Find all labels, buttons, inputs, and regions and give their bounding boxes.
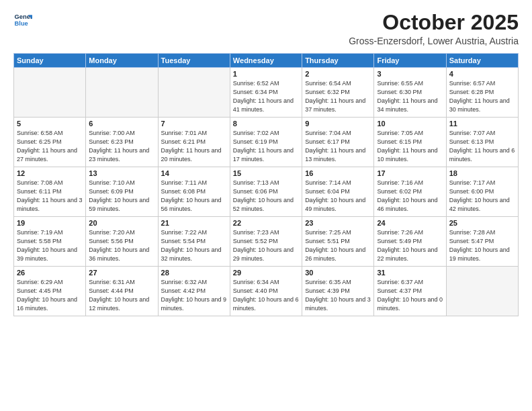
day-number: 20 <box>89 219 154 227</box>
day-info: Sunrise: 7:22 AM Sunset: 5:54 PM Dayligh… <box>161 228 227 263</box>
month-title: October 2025 <box>349 11 519 34</box>
day-info: Sunrise: 7:25 AM Sunset: 5:51 PM Dayligh… <box>305 228 371 263</box>
day-info: Sunrise: 7:28 AM Sunset: 5:47 PM Dayligh… <box>449 228 515 263</box>
day-number: 5 <box>17 120 83 128</box>
week-row-5: 26Sunrise: 6:29 AM Sunset: 4:45 PM Dayli… <box>14 267 519 316</box>
day-number: 23 <box>305 219 371 227</box>
day-info: Sunrise: 6:55 AM Sunset: 6:30 PM Dayligh… <box>377 79 443 114</box>
calendar-cell <box>158 68 230 118</box>
calendar-cell: 28Sunrise: 6:32 AM Sunset: 4:42 PM Dayli… <box>158 267 230 316</box>
day-number: 26 <box>17 269 83 277</box>
calendar-cell: 27Sunrise: 6:31 AM Sunset: 4:44 PM Dayli… <box>86 267 158 316</box>
calendar-header-row: Sunday Monday Tuesday Wednesday Thursday… <box>14 54 519 68</box>
title-block: October 2025 Gross-Enzersdorf, Lower Aus… <box>349 11 519 46</box>
logo-icon: General Blue <box>13 11 32 30</box>
day-info: Sunrise: 7:26 AM Sunset: 5:49 PM Dayligh… <box>377 228 443 263</box>
day-number: 16 <box>305 169 371 177</box>
calendar-cell: 7Sunrise: 7:01 AM Sunset: 6:21 PM Daylig… <box>158 118 230 167</box>
page: General Blue October 2025 Gross-Enzersdo… <box>0 0 532 411</box>
day-number: 17 <box>377 169 443 177</box>
calendar-cell: 3Sunrise: 6:55 AM Sunset: 6:30 PM Daylig… <box>374 68 446 118</box>
day-info: Sunrise: 6:31 AM Sunset: 4:44 PM Dayligh… <box>89 278 154 313</box>
week-row-4: 19Sunrise: 7:19 AM Sunset: 5:58 PM Dayli… <box>14 217 519 267</box>
day-number: 29 <box>233 269 299 277</box>
day-info: Sunrise: 7:20 AM Sunset: 5:56 PM Dayligh… <box>89 228 154 263</box>
calendar-cell: 2Sunrise: 6:54 AM Sunset: 6:32 PM Daylig… <box>302 68 374 118</box>
calendar-cell: 26Sunrise: 6:29 AM Sunset: 4:45 PM Dayli… <box>14 267 86 316</box>
day-number: 6 <box>89 120 154 128</box>
calendar-cell <box>86 68 158 118</box>
day-number: 13 <box>89 169 154 177</box>
day-number: 9 <box>305 120 371 128</box>
day-info: Sunrise: 7:00 AM Sunset: 6:23 PM Dayligh… <box>89 129 154 164</box>
day-number: 7 <box>161 120 227 128</box>
col-wednesday: Wednesday <box>230 54 302 68</box>
day-info: Sunrise: 7:01 AM Sunset: 6:21 PM Dayligh… <box>161 129 227 164</box>
day-info: Sunrise: 7:10 AM Sunset: 6:09 PM Dayligh… <box>89 179 154 214</box>
week-row-3: 12Sunrise: 7:08 AM Sunset: 6:11 PM Dayli… <box>14 167 519 217</box>
day-info: Sunrise: 6:37 AM Sunset: 4:37 PM Dayligh… <box>377 278 443 313</box>
calendar-cell: 11Sunrise: 7:07 AM Sunset: 6:13 PM Dayli… <box>446 118 518 167</box>
calendar-cell: 16Sunrise: 7:14 AM Sunset: 6:04 PM Dayli… <box>302 167 374 217</box>
day-info: Sunrise: 6:52 AM Sunset: 6:34 PM Dayligh… <box>233 79 299 114</box>
day-number: 15 <box>233 169 299 177</box>
calendar-cell: 30Sunrise: 6:35 AM Sunset: 4:39 PM Dayli… <box>302 267 374 316</box>
day-number: 25 <box>449 219 515 227</box>
day-number: 12 <box>17 169 83 177</box>
calendar-cell: 12Sunrise: 7:08 AM Sunset: 6:11 PM Dayli… <box>14 167 86 217</box>
col-thursday: Thursday <box>302 54 374 68</box>
day-info: Sunrise: 6:32 AM Sunset: 4:42 PM Dayligh… <box>161 278 227 313</box>
calendar-cell: 23Sunrise: 7:25 AM Sunset: 5:51 PM Dayli… <box>302 217 374 267</box>
day-number: 2 <box>305 70 371 78</box>
calendar-cell: 6Sunrise: 7:00 AM Sunset: 6:23 PM Daylig… <box>86 118 158 167</box>
day-number: 3 <box>377 70 443 78</box>
day-info: Sunrise: 7:13 AM Sunset: 6:06 PM Dayligh… <box>233 179 299 214</box>
col-monday: Monday <box>86 54 158 68</box>
calendar-cell: 29Sunrise: 6:34 AM Sunset: 4:40 PM Dayli… <box>230 267 302 316</box>
col-tuesday: Tuesday <box>158 54 230 68</box>
calendar: Sunday Monday Tuesday Wednesday Thursday… <box>13 53 519 316</box>
day-info: Sunrise: 7:23 AM Sunset: 5:52 PM Dayligh… <box>233 228 299 263</box>
day-info: Sunrise: 6:54 AM Sunset: 6:32 PM Dayligh… <box>305 79 371 114</box>
day-info: Sunrise: 7:02 AM Sunset: 6:19 PM Dayligh… <box>233 129 299 164</box>
day-info: Sunrise: 7:04 AM Sunset: 6:17 PM Dayligh… <box>305 129 371 164</box>
calendar-cell: 31Sunrise: 6:37 AM Sunset: 4:37 PM Dayli… <box>374 267 446 316</box>
day-number: 27 <box>89 269 154 277</box>
svg-text:General: General <box>15 13 32 20</box>
calendar-cell: 14Sunrise: 7:11 AM Sunset: 6:08 PM Dayli… <box>158 167 230 217</box>
calendar-cell: 21Sunrise: 7:22 AM Sunset: 5:54 PM Dayli… <box>158 217 230 267</box>
calendar-cell: 10Sunrise: 7:05 AM Sunset: 6:15 PM Dayli… <box>374 118 446 167</box>
day-info: Sunrise: 6:29 AM Sunset: 4:45 PM Dayligh… <box>17 278 83 313</box>
day-number: 18 <box>449 169 515 177</box>
day-info: Sunrise: 7:05 AM Sunset: 6:15 PM Dayligh… <box>377 129 443 164</box>
calendar-cell: 13Sunrise: 7:10 AM Sunset: 6:09 PM Dayli… <box>86 167 158 217</box>
calendar-cell: 19Sunrise: 7:19 AM Sunset: 5:58 PM Dayli… <box>14 217 86 267</box>
col-friday: Friday <box>374 54 446 68</box>
calendar-cell: 18Sunrise: 7:17 AM Sunset: 6:00 PM Dayli… <box>446 167 518 217</box>
day-number: 22 <box>233 219 299 227</box>
calendar-cell: 24Sunrise: 7:26 AM Sunset: 5:49 PM Dayli… <box>374 217 446 267</box>
calendar-cell: 8Sunrise: 7:02 AM Sunset: 6:19 PM Daylig… <box>230 118 302 167</box>
col-saturday: Saturday <box>446 54 518 68</box>
day-number: 21 <box>161 219 227 227</box>
calendar-cell: 5Sunrise: 6:58 AM Sunset: 6:25 PM Daylig… <box>14 118 86 167</box>
day-info: Sunrise: 7:14 AM Sunset: 6:04 PM Dayligh… <box>305 179 371 214</box>
day-number: 10 <box>377 120 443 128</box>
day-info: Sunrise: 6:34 AM Sunset: 4:40 PM Dayligh… <box>233 278 299 313</box>
calendar-cell: 1Sunrise: 6:52 AM Sunset: 6:34 PM Daylig… <box>230 68 302 118</box>
day-number: 11 <box>449 120 515 128</box>
calendar-cell: 25Sunrise: 7:28 AM Sunset: 5:47 PM Dayli… <box>446 217 518 267</box>
day-info: Sunrise: 6:57 AM Sunset: 6:28 PM Dayligh… <box>449 79 515 114</box>
day-info: Sunrise: 7:19 AM Sunset: 5:58 PM Dayligh… <box>17 228 83 263</box>
day-number: 4 <box>449 70 515 78</box>
day-number: 14 <box>161 169 227 177</box>
calendar-cell: 22Sunrise: 7:23 AM Sunset: 5:52 PM Dayli… <box>230 217 302 267</box>
calendar-cell <box>14 68 86 118</box>
day-number: 28 <box>161 269 227 277</box>
header: General Blue October 2025 Gross-Enzersdo… <box>13 11 519 46</box>
calendar-cell: 20Sunrise: 7:20 AM Sunset: 5:56 PM Dayli… <box>86 217 158 267</box>
calendar-cell: 15Sunrise: 7:13 AM Sunset: 6:06 PM Dayli… <box>230 167 302 217</box>
week-row-2: 5Sunrise: 6:58 AM Sunset: 6:25 PM Daylig… <box>14 118 519 167</box>
calendar-cell: 4Sunrise: 6:57 AM Sunset: 6:28 PM Daylig… <box>446 68 518 118</box>
day-info: Sunrise: 7:17 AM Sunset: 6:00 PM Dayligh… <box>449 179 515 214</box>
